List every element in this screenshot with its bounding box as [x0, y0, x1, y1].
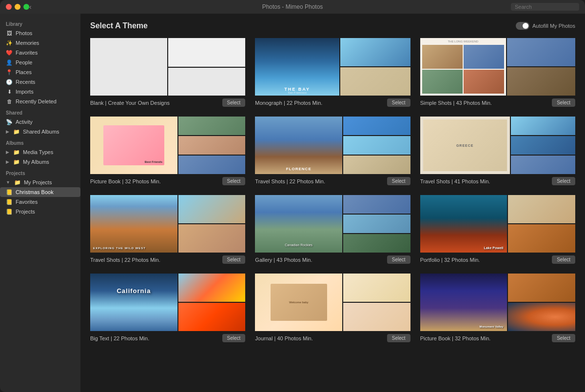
sidebar-item-label: Media Types [23, 149, 53, 155]
theme-preview-simple-shots[interactable]: THE LONG WEEKEND [420, 38, 575, 96]
theme-label-text: Picture Book | 32 Photos Min. [420, 335, 491, 341]
trash-icon: 🗑 [6, 98, 13, 105]
select-button-picture-book2[interactable]: Select [552, 334, 575, 342]
expand-icon: ▶ [6, 159, 9, 164]
theme-card-simple-shots: THE LONG WEEKEND [420, 38, 575, 107]
sidebar-item-people[interactable]: 👤 People [0, 58, 80, 67]
sidebar-item-places[interactable]: 📍 Places [0, 67, 80, 77]
sidebar-item-christmas-book[interactable]: 📒 Christmas Book [0, 187, 80, 197]
close-button[interactable] [6, 4, 12, 10]
library-section-label: Library [0, 18, 80, 28]
select-button-portfolio[interactable]: Select [552, 255, 575, 264]
theme-card-blank: Blank | Create Your Own Designs Select [90, 38, 245, 107]
theme-card-travel-shots-22b: EXPLORING THE WILD WEST Travel Shots | 2… [90, 195, 245, 264]
sidebar-item-my-projects[interactable]: ▼ 📁 My Projects [0, 177, 80, 187]
autofill-section: Autofill My Photos [516, 22, 575, 30]
theme-preview-travel-shots-22[interactable]: FLORENCE [255, 117, 410, 174]
sidebar-item-recently-deleted[interactable]: 🗑 Recently Deleted [0, 97, 80, 106]
sidebar-item-label: Christmas Book [16, 189, 54, 195]
theme-label-row: Travel Shots | 22 Photos Min. Select [255, 177, 410, 185]
photos-icon: 🖼 [6, 30, 13, 37]
autofill-toggle[interactable] [516, 22, 529, 30]
select-button-gallery[interactable]: Select [387, 255, 410, 264]
theme-label-text: Simple Shots | 43 Photos Min. [420, 100, 492, 106]
sidebar-item-label: Activity [16, 119, 33, 125]
favorites-icon: ❤️ [6, 49, 13, 56]
back-button[interactable]: ‹ [29, 3, 32, 11]
theme-preview-travel-shots-41[interactable]: GREECE [420, 117, 575, 174]
theme-preview-picture-book2[interactable]: Monument Valley [420, 274, 575, 331]
media-types-icon: 📁 [13, 149, 20, 156]
select-button-picture-book[interactable]: Select [222, 177, 246, 185]
theme-label-text: Travel Shots | 41 Photos Min. [420, 178, 490, 184]
sidebar-item-my-albums[interactable]: ▶ 📁 My Albums [0, 157, 80, 167]
sidebar-item-memories[interactable]: ✨ Memories [0, 38, 80, 48]
theme-card-travel-shots-41: GREECE Travel Shots | 41 Photos Min. Sel… [420, 117, 575, 185]
theme-card-journal: Welcome baby Journal | 40 Photos Min. Se… [255, 274, 410, 342]
sidebar-item-label: Favorites [16, 50, 38, 56]
maximize-button[interactable] [23, 4, 29, 10]
select-button-travel-shots-22[interactable]: Select [387, 177, 410, 185]
theme-preview-picture-book[interactable]: Best Friends [90, 117, 245, 174]
theme-label-row: Simple Shots | 43 Photos Min. Select [420, 98, 575, 107]
select-button-monograph[interactable]: Select [387, 98, 410, 107]
theme-preview-blank[interactable] [90, 38, 245, 96]
select-button-simple-shots[interactable]: Select [552, 98, 575, 107]
theme-label-row: Travel Shots | 41 Photos Min. Select [420, 177, 575, 185]
sidebar-item-media-types[interactable]: ▶ 📁 Media Types [0, 147, 80, 157]
app-body: Library 🖼 Photos ✨ Memories ❤️ Favorites… [0, 14, 585, 392]
expand-icon: ▶ [6, 129, 9, 134]
activity-icon: 📡 [6, 118, 13, 125]
christmas-book-icon: 📒 [6, 189, 13, 196]
sidebar-item-activity[interactable]: 📡 Activity [0, 117, 80, 127]
select-button-blank[interactable]: Select [222, 98, 246, 107]
theme-preview-big-text[interactable]: California [90, 274, 245, 331]
favorites-proj-icon: 📒 [6, 198, 13, 205]
select-button-journal[interactable]: Select [387, 334, 410, 342]
theme-card-picture-book: Best Friends Picture Book | 32 Photos Mi… [90, 117, 245, 185]
sidebar-item-label: Recently Deleted [16, 98, 57, 104]
theme-label-row: Monograph | 22 Photos Min. Select [255, 98, 410, 107]
theme-label-row: Gallery | 43 Photos Min. Select [255, 255, 410, 264]
minimize-button[interactable] [15, 4, 20, 10]
theme-label-text: Travel Shots | 22 Photos Min. [255, 178, 325, 184]
sidebar-item-label: My Albums [23, 159, 49, 165]
theme-label-row: Blank | Create Your Own Designs Select [90, 98, 245, 107]
theme-label-row: Picture Book | 32 Photos Min. Select [420, 334, 575, 342]
theme-label-row: Journal | 40 Photos Min. Select [255, 334, 410, 342]
projects-icon: 📒 [6, 208, 13, 215]
people-icon: 👤 [6, 59, 13, 66]
sidebar-item-photos[interactable]: 🖼 Photos [0, 28, 80, 38]
recents-icon: 🕐 [6, 78, 13, 85]
expand-icon: ▼ [6, 180, 10, 185]
sidebar-item-favorites[interactable]: ❤️ Favorites [0, 48, 80, 58]
theme-card-big-text: California Big Text | 22 Photos Min. Sel… [90, 274, 245, 342]
sidebar-item-projects[interactable]: 📒 Projects [0, 207, 80, 216]
theme-preview-journal[interactable]: Welcome baby [255, 274, 410, 331]
imports-icon: ⬇ [6, 88, 13, 95]
select-button-big-text[interactable]: Select [222, 334, 246, 342]
sidebar-item-recents[interactable]: 🕐 Recents [0, 77, 80, 87]
theme-preview-travel-shots-22b[interactable]: EXPLORING THE WILD WEST [90, 195, 245, 253]
sidebar-item-label: Photos [16, 30, 32, 36]
theme-preview-portfolio[interactable]: Lake Powell [420, 195, 575, 253]
sidebar-item-shared-albums[interactable]: ▶ 📁 Shared Albums [0, 127, 80, 137]
theme-preview-monograph[interactable]: THE BAY San Francisco [255, 38, 410, 96]
select-button-travel-shots-22b[interactable]: Select [222, 255, 246, 264]
albums-section-label: Albums [0, 137, 80, 147]
sidebar-item-imports[interactable]: ⬇ Imports [0, 87, 80, 97]
sidebar-item-favorites-proj[interactable]: 📒 Favorites [0, 197, 80, 207]
sidebar-item-label: Imports [16, 89, 34, 95]
theme-label-text: Journal | 40 Photos Min. [255, 335, 312, 341]
search-input[interactable] [511, 3, 579, 11]
theme-card-gallery: Canadian Rockies Gallery | 43 Photos Min… [255, 195, 410, 264]
theme-preview-gallery[interactable]: Canadian Rockies [255, 195, 410, 253]
sidebar-item-label: Favorites [16, 199, 38, 205]
select-button-travel-shots-41[interactable]: Select [552, 177, 575, 185]
autofill-label-text: Autofill My Photos [532, 23, 575, 29]
theme-card-portfolio: Lake Powell Portfolio | 32 Photos Min. S… [420, 195, 575, 264]
sidebar-item-label: My Projects [24, 179, 52, 185]
theme-label-text: Big Text | 22 Photos Min. [90, 335, 149, 341]
themes-grid: Blank | Create Your Own Designs Select T… [90, 38, 575, 342]
sidebar-item-label: Shared Albums [23, 129, 59, 135]
